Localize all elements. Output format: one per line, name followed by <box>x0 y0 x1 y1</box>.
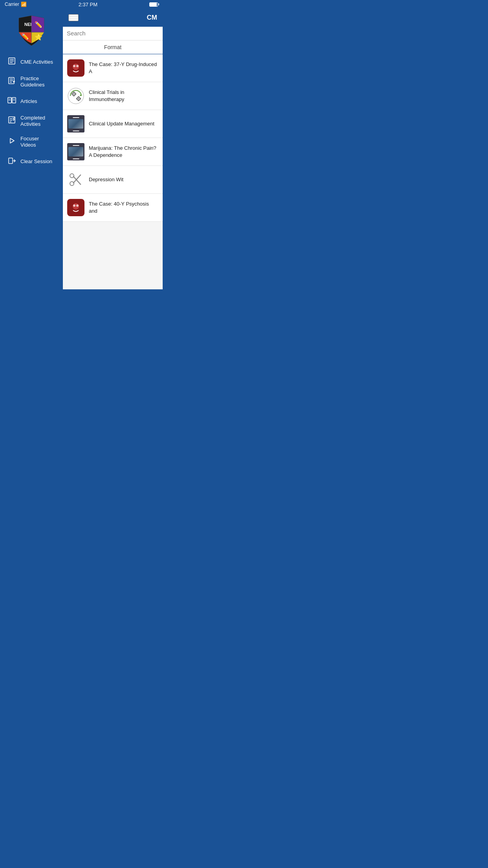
format-bar[interactable]: Format <box>63 40 163 54</box>
hamburger-line-1 <box>69 15 78 16</box>
list-icon <box>7 57 17 67</box>
svg-rect-40 <box>78 100 79 101</box>
sidebar-item-practice-guidelines[interactable]: Practice Guidelines <box>2 72 61 92</box>
search-input[interactable] <box>67 30 159 37</box>
activity-icon-case2 <box>67 199 85 217</box>
sidebar-item-clear-session[interactable]: Clear Session <box>2 153 61 171</box>
panel-header: CM <box>63 9 163 27</box>
activity-item[interactable]: Depression Wit <box>63 166 163 194</box>
svg-rect-25 <box>9 158 13 164</box>
sidebar-item-articles[interactable]: Articles <box>2 92 61 110</box>
time-label: 2:37 PM <box>79 2 97 7</box>
panel-title: CM <box>147 14 157 22</box>
svg-rect-33 <box>73 92 75 93</box>
battery-indicator <box>149 2 158 7</box>
svg-text:✏️: ✏️ <box>21 33 29 40</box>
hamburger-line-2 <box>69 17 78 18</box>
svg-rect-39 <box>78 96 79 97</box>
svg-point-28 <box>73 65 75 67</box>
activity-title-3: Clinical Update Management <box>89 120 159 127</box>
sidebar-practice-label: Practice Guidelines <box>20 75 56 88</box>
case-icon-2 <box>67 199 84 216</box>
svg-point-44 <box>70 182 74 186</box>
svg-rect-36 <box>75 94 76 95</box>
play-icon <box>7 137 17 147</box>
activity-item[interactable]: Marijuana: The Chronic Pain? A Dependenc… <box>63 138 163 166</box>
wifi-icon: 📶 <box>21 2 27 7</box>
activity-item[interactable]: The Case: 40-Y Psychosis and <box>63 194 163 222</box>
svg-point-38 <box>78 98 79 99</box>
svg-point-48 <box>73 204 75 207</box>
svg-point-49 <box>76 204 79 207</box>
activity-title-6: The Case: 40-Y Psychosis and <box>89 200 159 215</box>
activity-icon-film2 <box>67 143 85 161</box>
svg-rect-35 <box>72 94 73 95</box>
carrier-label: Carrier <box>5 2 19 7</box>
activity-title-5: Depression Wit <box>89 176 159 183</box>
svg-text:NEI: NEI <box>24 22 31 27</box>
svg-line-45 <box>73 177 81 184</box>
activity-list: The Case: 37-Y Drug-Induced A <box>63 54 163 289</box>
sidebar-focuser-label: Focuser Videos <box>20 136 56 148</box>
sidebar-clear-label: Clear Session <box>20 158 52 165</box>
hamburger-line-3 <box>69 20 78 20</box>
svg-text:✏️: ✏️ <box>35 21 42 28</box>
logout-icon <box>7 157 17 167</box>
gear-cycle-icon <box>67 87 84 105</box>
svg-text:⭐: ⭐ <box>35 33 42 41</box>
svg-point-29 <box>76 65 79 67</box>
activity-title-4: Marijuana: The Chronic Pain? A Dependenc… <box>89 145 159 159</box>
book-icon <box>7 96 17 106</box>
sidebar-item-focuser-videos[interactable]: Focuser Videos <box>2 132 61 152</box>
app-container: NEI ✏️ ✏️ ⭐ CME A <box>0 9 163 289</box>
activity-item[interactable]: Clinical Trials in Immunotherapy <box>63 82 163 110</box>
svg-point-43 <box>70 174 74 178</box>
logo-area: NEI ✏️ ✏️ ⭐ <box>0 12 63 53</box>
sidebar-item-completed-activities[interactable]: Completed Activities <box>2 111 61 131</box>
svg-line-46 <box>73 175 81 183</box>
svg-rect-41 <box>76 98 77 99</box>
film-icon-1 <box>67 115 84 132</box>
svg-rect-34 <box>73 95 75 96</box>
format-label: Format <box>104 44 121 50</box>
scissors-icon <box>67 171 84 188</box>
nei-logo: NEI ✏️ ✏️ ⭐ <box>17 15 46 46</box>
case-icon <box>67 59 84 77</box>
list-edit-icon <box>7 77 17 86</box>
hamburger-button[interactable] <box>68 14 79 21</box>
sidebar: NEI ✏️ ✏️ ⭐ CME A <box>0 9 63 289</box>
activity-icon-case <box>67 59 85 77</box>
status-left: Carrier 📶 <box>5 2 27 7</box>
svg-rect-42 <box>80 98 81 99</box>
activity-icon-film1 <box>67 115 85 133</box>
search-container <box>63 27 163 40</box>
status-bar: Carrier 📶 2:37 PM <box>0 0 163 9</box>
sidebar-articles-label: Articles <box>20 98 37 105</box>
sidebar-cme-label: CME Activities <box>20 59 53 65</box>
activity-item[interactable]: Clinical Update Management <box>63 110 163 138</box>
battery-icon <box>149 2 158 7</box>
activity-icon-scissors <box>67 171 85 189</box>
activity-title-2: Clinical Trials in Immunotherapy <box>89 89 159 103</box>
right-panel: CM Format <box>63 9 163 289</box>
sidebar-completed-label: Completed Activities <box>20 115 56 127</box>
activity-icon-gear <box>67 87 85 105</box>
activity-item[interactable]: The Case: 37-Y Drug-Induced A <box>63 54 163 82</box>
sidebar-item-cme-activities[interactable]: CME Activities <box>2 53 61 71</box>
svg-point-32 <box>73 93 75 95</box>
list-check-icon <box>7 116 17 126</box>
activity-title-1: The Case: 37-Y Drug-Induced A <box>89 61 159 75</box>
film-icon-2 <box>67 143 84 160</box>
